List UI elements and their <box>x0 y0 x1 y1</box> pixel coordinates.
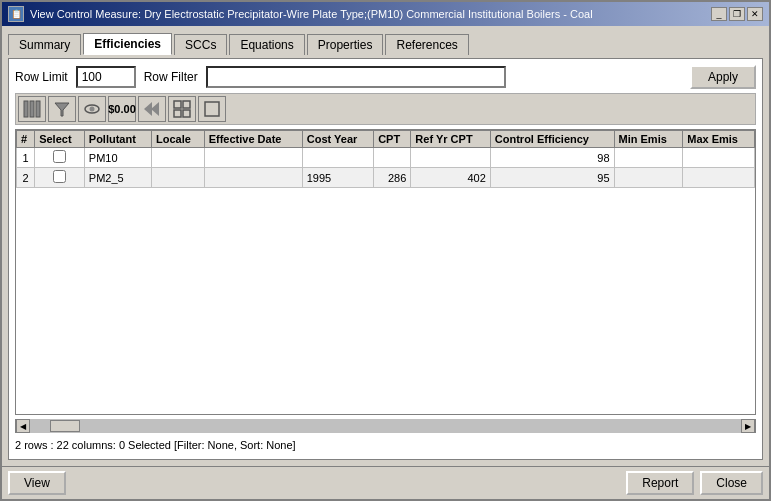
bottom-bar: View Report Close <box>2 466 769 499</box>
row-limit-label: Row Limit <box>15 70 68 84</box>
row-filter-input[interactable] <box>206 66 506 88</box>
col-header-min-emis: Min Emis <box>614 131 683 148</box>
row-cell <box>683 168 755 188</box>
title-bar-left: 📋 View Control Measure: Dry Electrostati… <box>8 6 593 22</box>
col-header-select: Select <box>35 131 85 148</box>
row-filter-label: Row Filter <box>144 70 198 84</box>
tab-equations[interactable]: Equations <box>229 34 304 55</box>
table-row: 1PM1098 <box>17 148 755 168</box>
filter-row: Row Limit Row Filter Apply <box>15 65 756 89</box>
col-header-ref-yr-cpt: Ref Yr CPT <box>411 131 490 148</box>
app-icon: 📋 <box>8 6 24 22</box>
content-area: Summary Efficiencies SCCs Equations Prop… <box>2 26 769 466</box>
row-cell <box>614 148 683 168</box>
svg-rect-1 <box>30 101 34 117</box>
dollar-icon[interactable]: $0.00 <box>108 96 136 122</box>
svg-rect-0 <box>24 101 28 117</box>
row-cell <box>683 148 755 168</box>
col-header-locale: Locale <box>152 131 205 148</box>
row-cell <box>204 148 302 168</box>
svg-rect-10 <box>174 110 181 117</box>
svg-rect-2 <box>36 101 40 117</box>
close-button[interactable]: Close <box>700 471 763 495</box>
scroll-thumb[interactable] <box>50 420 80 432</box>
row-cell <box>152 168 205 188</box>
row-cell <box>411 148 490 168</box>
svg-point-5 <box>90 107 95 112</box>
svg-marker-6 <box>144 102 152 116</box>
data-table-container[interactable]: # Select Pollutant Locale Effective Date… <box>15 129 756 415</box>
filter-icon[interactable] <box>48 96 76 122</box>
close-title-button[interactable]: ✕ <box>747 7 763 21</box>
main-window: 📋 View Control Measure: Dry Electrostati… <box>0 0 771 501</box>
tab-summary[interactable]: Summary <box>8 34 81 55</box>
box-icon[interactable] <box>198 96 226 122</box>
main-panel: Row Limit Row Filter Apply <box>8 58 763 460</box>
tab-references[interactable]: References <box>385 34 468 55</box>
scroll-track[interactable] <box>30 419 741 433</box>
col-header-num: # <box>17 131 35 148</box>
col-header-control-efficiency: Control Efficiency <box>490 131 614 148</box>
row-cell: PM2_5 <box>84 168 151 188</box>
bottom-right-buttons: Report Close <box>626 471 763 495</box>
tab-properties[interactable]: Properties <box>307 34 384 55</box>
title-buttons: _ ❐ ✕ <box>711 7 763 21</box>
row-cell <box>374 148 411 168</box>
apply-button[interactable]: Apply <box>690 65 756 89</box>
row-cell <box>302 148 373 168</box>
title-bar: 📋 View Control Measure: Dry Electrostati… <box>2 2 769 26</box>
toolbar: $0.00 <box>15 93 756 125</box>
select-checkbox[interactable] <box>53 150 66 163</box>
scroll-right-button[interactable]: ▶ <box>741 419 755 433</box>
scroll-left-button[interactable]: ◀ <box>16 419 30 433</box>
col-header-cpt: CPT <box>374 131 411 148</box>
svg-rect-12 <box>205 102 219 116</box>
restore-button[interactable]: ❐ <box>729 7 745 21</box>
row-cell: PM10 <box>84 148 151 168</box>
view-button[interactable]: View <box>8 471 66 495</box>
data-table: # Select Pollutant Locale Effective Date… <box>16 130 755 188</box>
table-row: 2PM2_5199528640295 <box>17 168 755 188</box>
svg-rect-11 <box>183 110 190 117</box>
row-cell: 98 <box>490 148 614 168</box>
horizontal-scrollbar[interactable]: ◀ ▶ <box>15 419 756 433</box>
back-icon[interactable] <box>138 96 166 122</box>
col-header-effective-date: Effective Date <box>204 131 302 148</box>
select-checkbox[interactable] <box>53 170 66 183</box>
window-title: View Control Measure: Dry Electrostatic … <box>30 8 593 20</box>
svg-rect-9 <box>183 101 190 108</box>
col-header-cost-year: Cost Year <box>302 131 373 148</box>
columns-icon[interactable] <box>18 96 46 122</box>
bottom-left-buttons: View <box>8 471 66 495</box>
row-cell <box>204 168 302 188</box>
tab-bar: Summary Efficiencies SCCs Equations Prop… <box>8 32 763 54</box>
row-select-checkbox[interactable] <box>35 168 85 188</box>
svg-marker-3 <box>55 103 69 116</box>
col-header-pollutant: Pollutant <box>84 131 151 148</box>
svg-marker-7 <box>151 102 159 116</box>
eye-icon[interactable] <box>78 96 106 122</box>
grid-icon[interactable] <box>168 96 196 122</box>
row-cell: 95 <box>490 168 614 188</box>
row-cell: 286 <box>374 168 411 188</box>
row-cell: 1995 <box>302 168 373 188</box>
tab-efficiencies[interactable]: Efficiencies <box>83 33 172 55</box>
minimize-button[interactable]: _ <box>711 7 727 21</box>
row-cell: 402 <box>411 168 490 188</box>
tab-sccs[interactable]: SCCs <box>174 34 227 55</box>
status-bar: 2 rows : 22 columns: 0 Selected [Filter:… <box>15 437 756 453</box>
row-select-checkbox[interactable] <box>35 148 85 168</box>
row-limit-input[interactable] <box>76 66 136 88</box>
row-number: 1 <box>17 148 35 168</box>
row-cell <box>614 168 683 188</box>
row-cell <box>152 148 205 168</box>
row-number: 2 <box>17 168 35 188</box>
svg-rect-8 <box>174 101 181 108</box>
col-header-max-emis: Max Emis <box>683 131 755 148</box>
report-button[interactable]: Report <box>626 471 694 495</box>
